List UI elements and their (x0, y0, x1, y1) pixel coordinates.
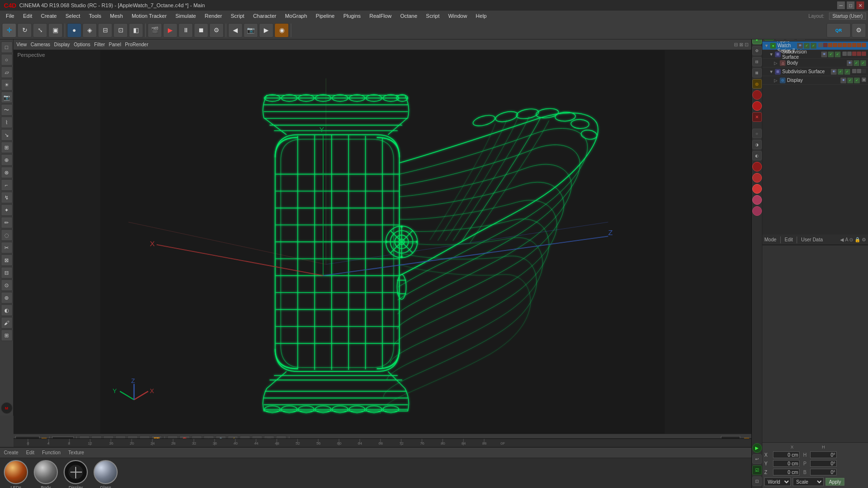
frs-redball2-icon[interactable] (752, 101, 762, 111)
obj-row-body[interactable]: ▷ △ Body 👁 ✓ ✓ (762, 59, 868, 67)
obj-check2-subdiv1[interactable]: ✓ (835, 52, 841, 57)
lt-cube[interactable]: □ (1, 41, 13, 53)
layout-preset[interactable]: Startup (User) (829, 13, 866, 20)
lt-camera[interactable]: 📷 (1, 92, 13, 103)
lt-shatter[interactable]: ✦ (1, 204, 13, 216)
frs-xmark-icon[interactable]: ✕ (752, 112, 762, 122)
coord-apply-button[interactable]: Apply (826, 478, 844, 486)
menu-file[interactable]: File (2, 12, 18, 20)
view-menu-options[interactable]: Options (74, 42, 90, 47)
frs-redhalf-icon[interactable] (752, 173, 762, 183)
tool-cam-orange[interactable]: ◉ (274, 23, 289, 38)
close-button[interactable]: ✕ (856, 1, 864, 9)
lt-cloner[interactable]: ⊞ (1, 142, 13, 153)
menu-mesh[interactable]: Mesh (106, 12, 127, 20)
tool-uv-mode[interactable]: ◧ (129, 23, 143, 38)
menu-create[interactable]: Create (37, 12, 61, 20)
frs-arrow-icon[interactable]: ↩ (752, 454, 762, 464)
frs-globe-icon[interactable]: ◎ (752, 79, 762, 89)
tool-next-cam[interactable]: ▶ (259, 23, 273, 38)
expand-subdiv2[interactable]: ▼ (769, 69, 775, 74)
menu-help[interactable]: Help (472, 12, 491, 20)
tool-render-view[interactable]: 🎬 (148, 23, 162, 38)
obj-row-subdiv1[interactable]: ▼ ⊞ Subdivision Surface 👁 ✓ ✓ (762, 50, 868, 59)
mat-tab-texture[interactable]: Texture (68, 450, 84, 455)
obj-check1-subdiv1[interactable]: ✓ (828, 52, 834, 57)
lt-paint[interactable]: 🖌 (1, 317, 13, 329)
tool-settings[interactable]: ⚙ (852, 23, 866, 38)
obj-eye-subdiv2[interactable]: 👁 (831, 69, 837, 75)
mat-tab-function[interactable]: Function (42, 450, 60, 455)
obj-check2-body[interactable]: ✓ (860, 60, 866, 66)
menu-pipeline[interactable]: Pipeline (312, 12, 339, 20)
menu-motion-tracker[interactable]: Motion Tracker (128, 12, 171, 20)
lt-sculpt[interactable]: ◐ (1, 304, 13, 316)
view-menu-filter[interactable]: Filter (94, 42, 105, 47)
view-menu-display[interactable]: Display (54, 42, 70, 47)
viewport[interactable]: Perspective (14, 50, 751, 434)
tool-prev-cam[interactable]: ◀ (228, 23, 243, 38)
titlebar-controls[interactable]: ─ □ ✕ (837, 1, 864, 9)
lt-weld[interactable]: ⊠ (1, 254, 13, 266)
lt-deform[interactable]: ↘ (1, 129, 13, 141)
lt-plane[interactable]: ▱ (1, 66, 13, 78)
obj-check1-body[interactable]: ✓ (854, 60, 859, 66)
material-slot-glass[interactable]: Glass (94, 460, 118, 488)
tool-cam-list[interactable]: 📷 (244, 23, 258, 38)
frs-grid2-icon[interactable]: ⊠ (752, 68, 762, 78)
menu-simulate[interactable]: Simulate (172, 12, 200, 20)
frs-green-bottom[interactable]: ☑ (752, 465, 762, 475)
obj-check2-subdiv2[interactable]: ✓ (844, 69, 850, 75)
menu-plugins[interactable]: Plugins (339, 12, 365, 20)
mat-tab-edit[interactable]: Edit (26, 450, 34, 455)
coord-space-select[interactable]: World Object (764, 477, 791, 486)
lt-twist[interactable]: ↯ (1, 192, 13, 203)
menu-script2[interactable]: Script (422, 12, 443, 20)
lt-smooth[interactable]: ◌ (1, 229, 13, 241)
tool-render-stop[interactable]: ⏹ (194, 23, 208, 38)
frs-grid-icon[interactable]: ⊟ (752, 57, 762, 66)
coord-y-pos[interactable] (773, 460, 800, 467)
expand-body[interactable]: ▷ (774, 61, 780, 66)
tool-rotate[interactable]: ↻ (17, 23, 32, 38)
frs-redring-icon[interactable] (752, 162, 762, 171)
lt-bend[interactable]: ⌐ (1, 179, 13, 191)
lt-bool[interactable]: ⊕ (1, 154, 13, 166)
menu-window[interactable]: Window (444, 12, 471, 20)
lt-light[interactable]: ☀ (1, 79, 13, 91)
frs-deform-icon[interactable]: ◑ (752, 140, 762, 149)
obj-eye-body[interactable]: 👁 (847, 60, 853, 66)
lt-script[interactable]: ⊞ (1, 330, 13, 341)
tool-select[interactable]: ▣ (48, 23, 63, 38)
frs-bottom-last[interactable]: ⊡ (752, 476, 762, 486)
lt-array[interactable]: ⊗ (1, 167, 13, 178)
frs-redsmall-icon[interactable] (752, 184, 762, 194)
coord-transform-select[interactable]: Scale Position Rotation (793, 477, 824, 486)
obj-check2-display[interactable]: ✓ (854, 78, 860, 83)
view-menu-prorender[interactable]: ProRender (125, 42, 148, 47)
menu-select[interactable]: Select (62, 12, 84, 20)
lt-extrude[interactable]: ⊟ (1, 267, 13, 278)
lt-spline[interactable]: 〜 (1, 104, 13, 116)
expand-subdiv1[interactable]: ▼ (769, 52, 775, 57)
tool-scale[interactable]: ⤡ (33, 23, 47, 38)
obj-check1-display[interactable]: ✓ (847, 78, 853, 83)
obj-eye-display[interactable]: 👁 (841, 78, 846, 83)
mode-btn-mode[interactable]: Mode (764, 237, 776, 242)
lt-snap[interactable]: ⊙ (1, 279, 13, 291)
menu-octane[interactable]: Octane (396, 12, 421, 20)
tool-move[interactable]: ✛ (2, 23, 16, 38)
minimize-button[interactable]: ─ (837, 1, 845, 9)
tool-edge-mode[interactable]: ⊟ (98, 23, 112, 38)
obj-row-display[interactable]: ▷ ⊙ Display 👁 ✓ ✓ ■ (762, 76, 868, 85)
obj-check2-applewatch[interactable]: ✓ (811, 43, 816, 49)
tool-point-mode[interactable]: ⊡ (113, 23, 128, 38)
mat-tab-create[interactable]: Create (4, 450, 18, 455)
frs-play-bottom-icon[interactable]: ▶ (752, 443, 762, 453)
tool-render-settings[interactable]: ⚙ (209, 23, 224, 38)
tool-render-region[interactable]: ⏸ (178, 23, 193, 38)
menu-tools[interactable]: Tools (85, 12, 105, 20)
coord-z-rot[interactable] (810, 469, 837, 475)
obj-check1-subdiv2[interactable]: ✓ (838, 69, 843, 75)
lt-sketch[interactable]: ✏ (1, 217, 13, 228)
